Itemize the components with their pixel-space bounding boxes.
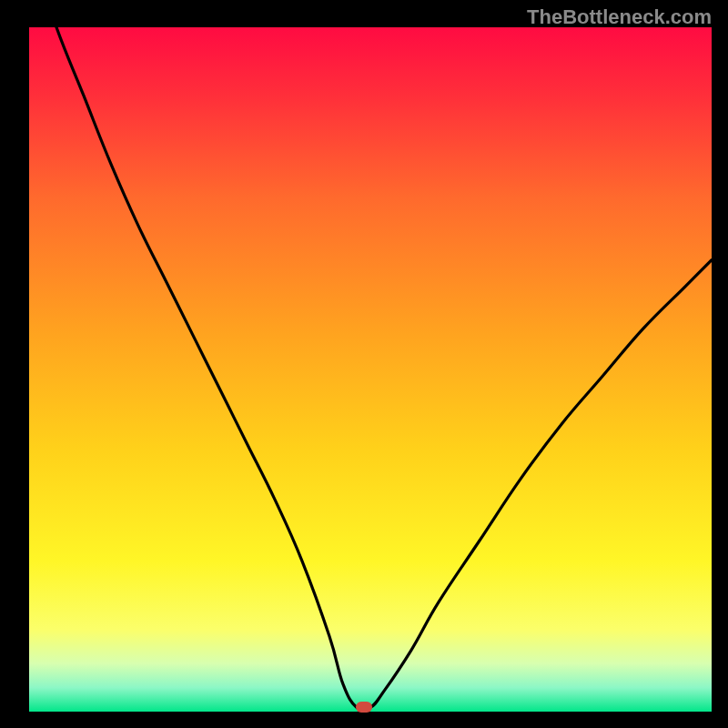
optimal-point-marker (356, 702, 372, 713)
bottleneck-curve (29, 27, 712, 711)
curve-layer (29, 27, 712, 712)
chart-stage: TheBottleneck.com (0, 0, 728, 728)
plot-area (29, 27, 712, 712)
watermark-text: TheBottleneck.com (527, 5, 712, 29)
